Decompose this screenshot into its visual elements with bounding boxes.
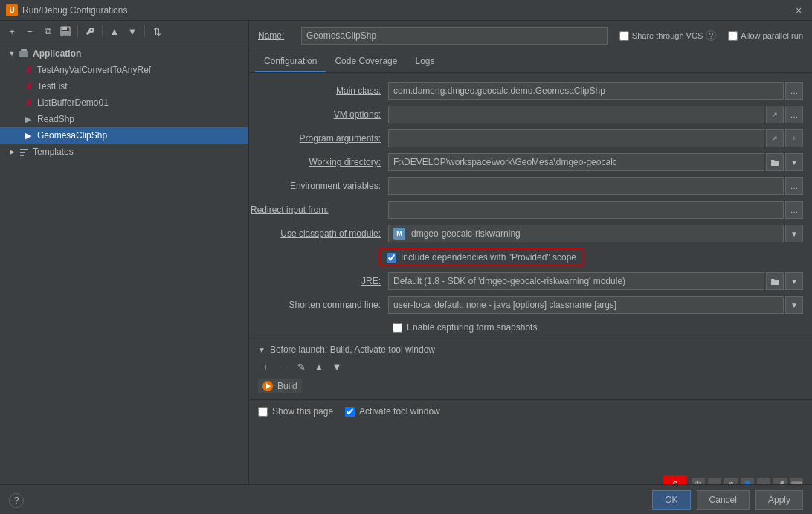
title-bar: U Run/Debug Configurations × — [0, 0, 812, 21]
vm-options-field: ↗ … — [388, 106, 803, 123]
tab-code-coverage[interactable]: Code Coverage — [326, 51, 406, 72]
tree-item-listbuffer[interactable]: ✗ ListBufferDemo01 — [0, 94, 248, 111]
redirect-input-input[interactable] — [388, 201, 784, 219]
sort-up-button[interactable]: ▲ — [107, 24, 122, 39]
tree-item-label: ListBufferDemo01 — [37, 97, 109, 108]
include-deps-checkbox[interactable] — [387, 253, 396, 263]
before-launch-toolbar: + − ✎ ▲ ▼ — [258, 359, 803, 374]
templates-group-icon — [18, 146, 30, 158]
tree-item-testlist[interactable]: ✗ TestList — [0, 78, 248, 94]
toolbar-separator — [77, 25, 78, 37]
jre-browse-button[interactable] — [766, 272, 784, 290]
env-vars-browse-button[interactable]: … — [785, 177, 803, 195]
redirect-browse-button[interactable]: … — [785, 201, 803, 219]
application-group-icon — [18, 48, 30, 60]
tree-item-readshp[interactable]: ▶ ReadShp — [0, 111, 248, 127]
copy-config-button[interactable]: ⧉ — [40, 24, 55, 39]
vm-expand-button[interactable]: ↗ — [766, 106, 784, 123]
add-config-button[interactable]: + — [4, 24, 19, 39]
main-class-browse-button[interactable]: … — [785, 82, 803, 100]
vm-options-input[interactable] — [388, 106, 764, 123]
before-launch-edit-button[interactable]: ✎ — [294, 359, 309, 374]
program-args-label: Program arguments: — [258, 133, 388, 144]
working-dir-folder-button[interactable] — [766, 153, 784, 171]
before-launch-up-button[interactable]: ▲ — [312, 359, 326, 374]
before-launch-title: Before launch: Build, Activate tool wind… — [270, 344, 435, 355]
test-icon-testlist: ✗ — [22, 80, 34, 92]
working-dir-expand-button[interactable]: ▼ — [785, 153, 803, 171]
redirect-input-label: Redirect input from: — [251, 205, 381, 215]
env-vars-input[interactable] — [388, 177, 784, 195]
allow-parallel-option: Allow parallel run — [728, 31, 803, 41]
save-config-button[interactable] — [58, 24, 73, 39]
activate-tool-checkbox[interactable] — [345, 407, 355, 417]
show-page-checkbox[interactable] — [258, 407, 268, 417]
program-args-input[interactable] — [388, 129, 764, 147]
help-button[interactable]: ? — [9, 493, 24, 508]
dialog-footer: ? OK Cancel Apply — [0, 484, 812, 514]
main-class-row: Main class: … — [249, 79, 812, 103]
tree-group-application[interactable]: ▼ Application — [0, 45, 248, 62]
svg-rect-4 — [21, 49, 27, 51]
before-launch-header: ▼ Before launch: Build, Activate tool wi… — [258, 344, 803, 355]
build-item: Build — [258, 379, 302, 393]
share-vcs-checkbox[interactable] — [619, 31, 629, 41]
tab-logs[interactable]: Logs — [406, 51, 443, 72]
before-launch-add-button[interactable]: + — [258, 359, 273, 374]
toolbar-separator2 — [102, 25, 103, 37]
tree-item-testanyval[interactable]: ✗ TestAnyValConvertToAnyRef — [0, 62, 248, 78]
svg-rect-2 — [62, 31, 69, 35]
working-dir-input[interactable] — [388, 153, 764, 171]
toolbar-separator3 — [144, 25, 145, 37]
tree-item-label: GeomesaClipShp — [37, 130, 107, 141]
expand-templates-icon[interactable]: ▶ — [7, 147, 16, 156]
tab-configuration[interactable]: Configuration — [255, 51, 326, 72]
remove-config-button[interactable]: − — [22, 24, 37, 39]
tree-group-templates[interactable]: ▶ Templates — [0, 144, 248, 160]
activate-tool-label: Activate tool window — [359, 406, 440, 417]
show-page-label: Show this page — [272, 406, 333, 417]
right-panel: Name: Share through VCS ? Allow parallel… — [249, 21, 812, 484]
cancel-button[interactable]: Cancel — [697, 490, 750, 510]
working-dir-label: Working directory: — [258, 157, 388, 167]
before-launch-expand-icon[interactable]: ▼ — [258, 346, 265, 354]
enable-snapshots-checkbox[interactable] — [393, 323, 402, 333]
redirect-input-field: … — [388, 201, 803, 219]
config-tree: ▼ Application ✗ TestAnyValConvertToAnyRe… — [0, 42, 248, 484]
classpath-row: Use classpath of module: M dmgeo-geocalc… — [249, 222, 812, 245]
env-vars-label: Environment variables: — [258, 181, 388, 191]
name-input[interactable] — [301, 27, 608, 45]
wrench-button[interactable] — [83, 24, 97, 39]
before-launch-remove-button[interactable]: − — [276, 359, 291, 374]
tree-item-geomesaclipshp[interactable]: ▶ GeomesaClipShp — [0, 127, 248, 144]
classpath-value: dmgeo-geocalc-riskwarning — [411, 228, 779, 239]
allow-parallel-checkbox[interactable] — [728, 31, 738, 41]
jre-dropdown-button[interactable]: ▼ — [785, 272, 803, 290]
share-vcs-help-icon[interactable]: ? — [706, 30, 716, 41]
left-panel: + − ⧉ ▲ ▼ ⇅ — [0, 21, 249, 484]
args-macro-button[interactable]: + — [785, 129, 803, 147]
shorten-cmd-row: Shorten command line: user-local default… — [249, 293, 812, 317]
name-row: Name: Share through VCS ? Allow parallel… — [249, 21, 812, 51]
expand-application-icon[interactable]: ▼ — [7, 49, 16, 58]
close-button[interactable]: × — [791, 3, 806, 18]
ok-button[interactable]: OK — [652, 490, 690, 510]
main-class-input[interactable] — [388, 82, 784, 100]
sort-down-button[interactable]: ▼ — [125, 24, 140, 39]
jre-row: JRE: Default (1.8 - SDK of 'dmgeo-geocal… — [249, 269, 812, 293]
tree-item-label: TestAnyValConvertToAnyRef — [37, 65, 151, 75]
args-expand-button[interactable]: ↗ — [766, 129, 784, 147]
shorten-cmd-dropdown-button[interactable]: ▼ — [785, 296, 803, 314]
sort-button[interactable]: ⇅ — [149, 24, 164, 39]
vm-options-label: VM options: — [258, 109, 388, 120]
env-vars-row: Environment variables: … — [249, 174, 812, 198]
classpath-dropdown-arrow[interactable]: ▼ — [785, 225, 803, 242]
show-page-option: Show this page — [258, 406, 333, 417]
program-args-field: ↗ + — [388, 129, 803, 147]
before-launch-down-button[interactable]: ▼ — [329, 359, 344, 374]
main-class-label: Main class: — [258, 86, 388, 96]
vm-browse-button[interactable]: … — [785, 106, 803, 123]
tree-item-label: ReadShp — [37, 114, 74, 124]
apply-button[interactable]: Apply — [755, 490, 803, 510]
include-deps-row: Include dependencies with "Provided" sco… — [249, 245, 812, 269]
